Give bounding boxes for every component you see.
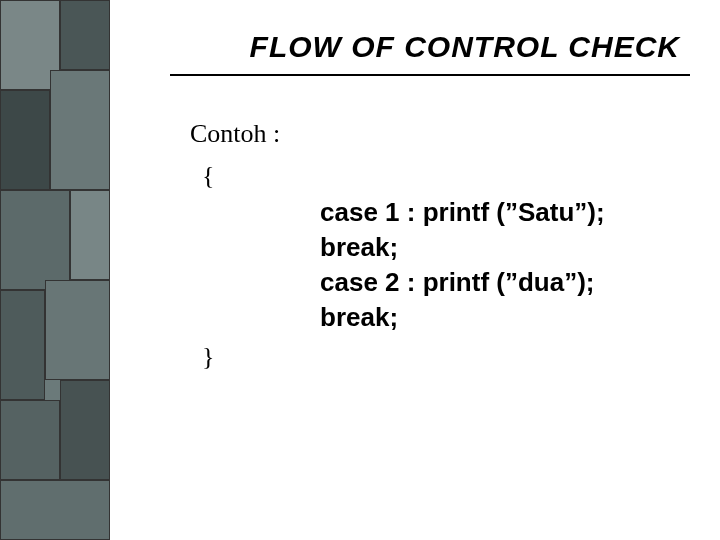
brace-close: }	[190, 339, 690, 375]
stone-texture	[0, 480, 110, 540]
code-line: case 2 : printf (”dua”);	[320, 265, 690, 300]
stone-texture	[0, 400, 60, 480]
stone-texture	[70, 190, 110, 280]
stone-sidebar	[0, 0, 110, 540]
body-text: Contoh : { case 1 : printf (”Satu”); bre…	[170, 116, 690, 376]
code-line: case 1 : printf (”Satu”);	[320, 195, 690, 230]
stone-texture	[0, 190, 70, 290]
stone-texture	[60, 0, 110, 70]
stone-texture	[60, 380, 110, 480]
stone-texture	[0, 90, 50, 190]
code-line: break;	[320, 230, 690, 265]
title-divider	[170, 74, 690, 76]
stone-texture	[45, 280, 110, 380]
slide-container: FLOW OF CONTROL CHECK Contoh : { case 1 …	[0, 0, 720, 540]
slide-content: FLOW OF CONTROL CHECK Contoh : { case 1 …	[110, 0, 720, 540]
stone-texture	[50, 70, 110, 190]
code-line: break;	[320, 300, 690, 335]
stone-texture	[0, 290, 45, 400]
example-label: Contoh :	[190, 116, 690, 152]
slide-title: FLOW OF CONTROL CHECK	[170, 30, 690, 64]
brace-open: {	[190, 158, 690, 194]
code-block: case 1 : printf (”Satu”); break; case 2 …	[190, 195, 690, 335]
